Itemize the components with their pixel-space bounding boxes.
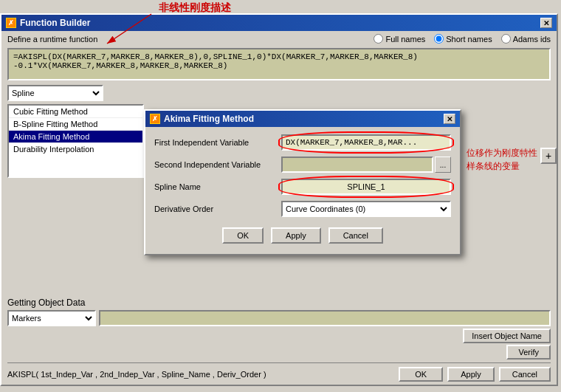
akima-dialog-title: Akima Fitting Method <box>164 114 254 124</box>
akima-first-var-label: First Independent Variable <box>154 138 281 147</box>
akima-first-var-input[interactable] <box>281 134 451 151</box>
fitting-list: Cubic Fitting Method B-Spline Fitting Me… <box>7 104 144 178</box>
title-icon: ✗ <box>6 18 16 28</box>
getting-object-label: Getting Object Data <box>7 298 551 308</box>
fitting-item-bspline[interactable]: B-Spline Fitting Method <box>9 118 142 131</box>
akima-second-var-label: Second Independent Variable <box>154 160 281 169</box>
formula-box[interactable]: =AKISPL(DX(MARKER_7,MARKER_8,MARKER_8),0… <box>7 48 551 80</box>
insert-object-button[interactable]: Insert Object Name <box>463 329 551 343</box>
fitting-item-cubic[interactable]: Cubic Fitting Method <box>9 106 142 118</box>
akima-derivative-select[interactable]: Curve Coordinates (0) <box>281 201 451 217</box>
akima-title-icon: ✗ <box>150 114 160 124</box>
akima-second-var-input[interactable] <box>281 157 433 173</box>
akima-ok-button[interactable]: OK <box>222 227 264 244</box>
plus-button[interactable]: + <box>540 148 557 164</box>
bottom-section: Getting Object Data Markers Insert Objec… <box>1 295 557 385</box>
main-cancel-button[interactable]: Cancel <box>499 367 551 382</box>
radio-adams-ids[interactable]: Adams ids <box>501 34 551 44</box>
annotation-variable: 位移作为刚度特性 样条线的变量 <box>467 146 537 173</box>
main-apply-button[interactable]: Apply <box>447 367 495 382</box>
akima-dialog-content: First Independent Variable Second Indepe… <box>145 127 460 254</box>
main-window-title: Function Builder <box>20 18 90 28</box>
main-close-button[interactable]: ✕ <box>540 18 552 28</box>
akima-cancel-button[interactable]: Cancel <box>328 227 383 244</box>
fitting-item-akima[interactable]: Akima Fitting Method <box>9 131 142 143</box>
akima-dialog-buttons: OK Apply Cancel <box>154 224 451 247</box>
akima-close-button[interactable]: ✕ <box>444 114 455 124</box>
fitting-item-durability[interactable]: Durability Interpolation <box>9 143 142 155</box>
akima-spline-name-label: Spline Name <box>154 182 281 191</box>
akima-second-var-browse[interactable]: ... <box>435 157 451 173</box>
spline-select[interactable]: Spline <box>7 85 103 101</box>
radio-short-names[interactable]: Short names <box>434 34 492 44</box>
akima-derivative-label: Derivative Order <box>154 204 281 213</box>
akima-spline-name-input[interactable] <box>281 179 451 195</box>
subtitle-label: Define a runtime function <box>7 35 97 44</box>
left-panel: Spline Spline Cubic Fitting Method B-Spl… <box>7 85 144 240</box>
radio-full-names[interactable]: Full names <box>374 34 425 44</box>
akima-dialog: ✗ Akima Fitting Method ✕ First Independe… <box>144 109 461 255</box>
status-text: AKISPL( 1st_Indep_Var , 2nd_Indep_Var , … <box>7 370 266 379</box>
verify-button[interactable]: Verify <box>506 345 551 360</box>
markers-select[interactable]: Markers <box>7 310 96 326</box>
main-titlebar-left: ✗ Function Builder <box>6 18 90 28</box>
radio-group: Full names Short names Adams ids <box>374 34 551 44</box>
main-titlebar: ✗ Function Builder ✕ <box>1 15 557 31</box>
akima-titlebar: ✗ Akima Fitting Method ✕ <box>145 111 460 127</box>
akima-apply-button[interactable]: Apply <box>271 227 321 244</box>
bottom-buttons: OK Apply Cancel <box>399 367 551 382</box>
main-ok-button[interactable]: OK <box>399 367 443 382</box>
object-input-field[interactable] <box>99 310 551 326</box>
